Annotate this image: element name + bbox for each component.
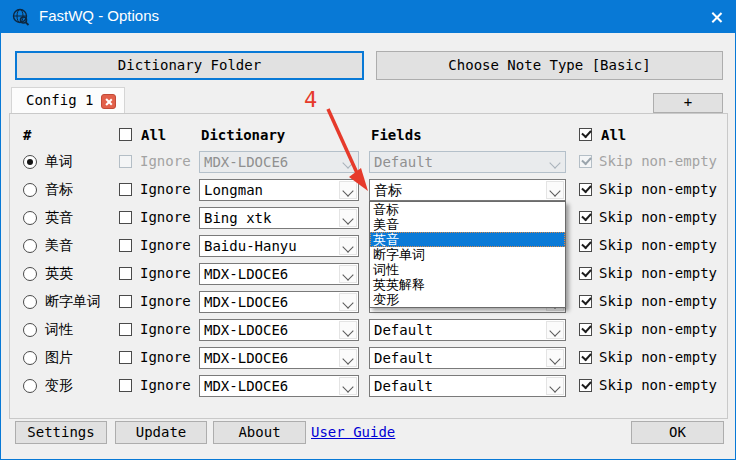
ignore-label: Ignore: [140, 349, 191, 365]
dictionary-select-value: Bing xtk: [204, 210, 271, 226]
skip-non-empty-label: Skip non-empty: [599, 377, 717, 393]
dictionary-select[interactable]: Baidu-Hanyu: [199, 235, 359, 257]
dictionary-select-value: MDX-LDOCE6: [204, 322, 288, 338]
dictionary-select: MDX-LDOCE6: [199, 151, 359, 173]
fields-select-value: 音标: [374, 182, 402, 200]
choose-note-type-button[interactable]: Choose Note Type [Basic]: [376, 51, 723, 80]
dictionary-select-value: MDX-LDOCE6: [204, 154, 288, 170]
skip-non-empty-checkbox[interactable]: [579, 183, 592, 196]
skip-non-empty-checkbox[interactable]: [579, 323, 592, 336]
ignore-label: Ignore: [140, 321, 191, 337]
options-dialog: FastWQ - Options Dictionary Folder Choos…: [0, 0, 736, 460]
fields-dropdown-item[interactable]: 英音: [370, 232, 565, 247]
ignore-checkbox[interactable]: [119, 323, 132, 336]
row-label: 英音: [45, 209, 73, 227]
ignore-checkbox[interactable]: [119, 183, 132, 196]
row-radio-6[interactable]: [23, 295, 37, 309]
window-close-button[interactable]: [695, 1, 736, 33]
ok-button[interactable]: OK: [631, 421, 724, 444]
dictionary-select[interactable]: Bing xtk: [199, 207, 359, 229]
ignore-label: Ignore: [140, 377, 191, 393]
skip-non-empty-checkbox[interactable]: [579, 379, 592, 392]
fields-dropdown-item[interactable]: 英英解释: [370, 277, 565, 292]
ignore-checkbox[interactable]: [119, 379, 132, 392]
row-label: 英英: [45, 265, 73, 283]
dictionary-select-value: MDX-LDOCE6: [204, 294, 288, 310]
ignore-checkbox[interactable]: [119, 267, 132, 280]
tab-close-icon[interactable]: [101, 94, 116, 109]
row-radio-3[interactable]: [23, 211, 37, 225]
dictionary-select-value: MDX-LDOCE6: [204, 266, 288, 282]
all-skip-checkbox[interactable]: [579, 128, 592, 141]
dictionary-select-value: MDX-LDOCE6: [204, 350, 288, 366]
row-radio-1[interactable]: [23, 155, 37, 169]
skip-non-empty-label: Skip non-empty: [599, 321, 717, 337]
skip-non-empty-checkbox[interactable]: [579, 295, 592, 308]
dictionary-select[interactable]: Longman: [199, 179, 359, 201]
dictionary-select-value: MDX-LDOCE6: [204, 378, 288, 394]
fields-select: Default: [369, 151, 566, 173]
dictionary-select[interactable]: MDX-LDOCE6: [199, 375, 359, 397]
ignore-label: Ignore: [140, 237, 191, 253]
row-radio-5[interactable]: [23, 267, 37, 281]
ignore-checkbox: [119, 155, 132, 168]
tab-config-1[interactable]: Config 1: [11, 87, 125, 114]
ignore-checkbox[interactable]: [119, 351, 132, 364]
skip-non-empty-label: Skip non-empty: [599, 209, 717, 225]
dictionary-select[interactable]: MDX-LDOCE6: [199, 291, 359, 313]
add-config-button[interactable]: +: [653, 93, 723, 113]
row-radio-8[interactable]: [23, 351, 37, 365]
row-radio-9[interactable]: [23, 379, 37, 393]
window-title: FastWQ - Options: [39, 7, 159, 24]
ignore-checkbox[interactable]: [119, 239, 132, 252]
about-button[interactable]: About: [213, 421, 306, 444]
skip-non-empty-label: Skip non-empty: [599, 153, 717, 169]
ignore-checkbox[interactable]: [119, 295, 132, 308]
skip-non-empty-checkbox[interactable]: [579, 267, 592, 280]
col-header-all-left: All: [141, 127, 166, 143]
col-header-dictionary: Dictionary: [201, 127, 285, 143]
tab-label: Config 1: [26, 92, 93, 108]
fields-select[interactable]: Default: [369, 375, 566, 397]
col-header-fields: Fields: [371, 127, 422, 143]
fields-dropdown-item[interactable]: 音标: [370, 202, 565, 217]
fields-select-value: Default: [374, 154, 433, 170]
dictionary-select[interactable]: MDX-LDOCE6: [199, 347, 359, 369]
dictionary-select-value: Longman: [204, 182, 263, 198]
fields-dropdown-item[interactable]: 变形: [370, 292, 565, 307]
settings-button[interactable]: Settings: [15, 421, 107, 444]
dictionary-select-value: Baidu-Hanyu: [204, 238, 297, 254]
fields-dropdown-item[interactable]: 美音: [370, 217, 565, 232]
dictionary-select[interactable]: MDX-LDOCE6: [199, 263, 359, 285]
skip-non-empty-label: Skip non-empty: [599, 265, 717, 281]
ignore-label: Ignore: [140, 209, 191, 225]
row-radio-4[interactable]: [23, 239, 37, 253]
fields-dropdown-item[interactable]: 断字单词: [370, 247, 565, 262]
row-label: 图片: [45, 349, 73, 367]
skip-non-empty-checkbox[interactable]: [579, 351, 592, 364]
ignore-label: Ignore: [140, 265, 191, 281]
col-header-hash: #: [23, 127, 31, 143]
update-button[interactable]: Update: [115, 421, 207, 444]
fields-dropdown-item[interactable]: 词性: [370, 262, 565, 277]
skip-non-empty-label: Skip non-empty: [599, 293, 717, 309]
user-guide-link[interactable]: User Guide: [311, 424, 395, 440]
skip-non-empty-label: Skip non-empty: [599, 181, 717, 197]
skip-non-empty-checkbox[interactable]: [579, 211, 592, 224]
row-radio-7[interactable]: [23, 323, 37, 337]
skip-non-empty-checkbox[interactable]: [579, 239, 592, 252]
ignore-checkbox[interactable]: [119, 211, 132, 224]
fields-select-value: Default: [374, 378, 433, 394]
dictionary-folder-button[interactable]: Dictionary Folder: [15, 51, 364, 80]
fields-select[interactable]: Default: [369, 347, 566, 369]
row-label: 词性: [45, 321, 73, 339]
fields-select-value: Default: [374, 322, 433, 338]
close-icon: [711, 12, 722, 23]
row-radio-2[interactable]: [23, 183, 37, 197]
dictionary-select[interactable]: MDX-LDOCE6: [199, 319, 359, 341]
fields-select[interactable]: Default: [369, 319, 566, 341]
row-label: 断字单词: [45, 293, 101, 311]
all-ignore-checkbox[interactable]: [119, 128, 132, 141]
app-globe-icon: [12, 8, 30, 26]
fields-select[interactable]: 音标: [369, 179, 566, 201]
